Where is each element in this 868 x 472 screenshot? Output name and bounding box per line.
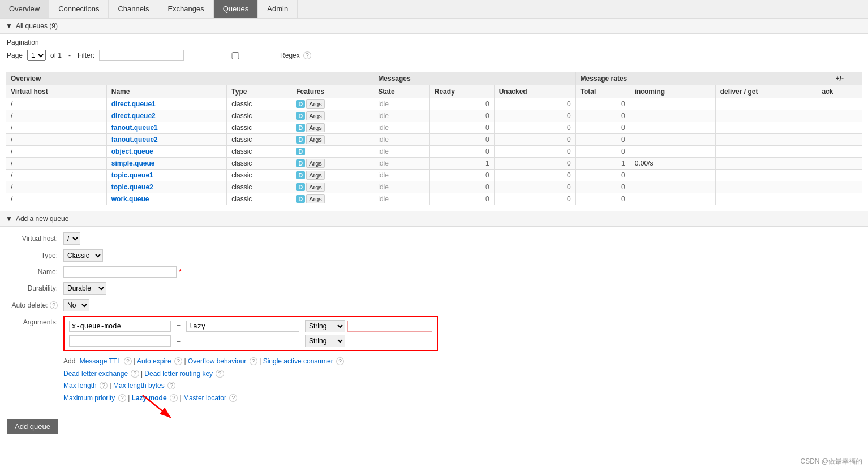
nav-item-exchanges[interactable]: Exchanges bbox=[158, 0, 213, 18]
hint-max-length-bytes-link[interactable]: Max length bytes bbox=[113, 382, 165, 389]
cell-total: 0 bbox=[575, 134, 630, 146]
queue-name-link[interactable]: object.queue bbox=[111, 148, 153, 155]
nav-item-connections[interactable]: Connections bbox=[49, 0, 109, 18]
queue-name-link[interactable]: topic.queue2 bbox=[111, 183, 153, 191]
table-row: /topic.queue1classicDArgsidle000 bbox=[6, 170, 862, 181]
cell-deliver bbox=[715, 146, 817, 158]
add-queue-button[interactable]: Add queue bbox=[7, 419, 58, 434]
cell-total: 1 bbox=[575, 158, 630, 170]
hint-overflow-link[interactable]: Overflow behaviour bbox=[188, 357, 246, 365]
args-badge[interactable]: Args bbox=[306, 194, 325, 203]
filter-input[interactable] bbox=[99, 50, 184, 61]
queue-name-link[interactable]: direct.queue2 bbox=[111, 112, 156, 120]
queues-table-wrapper: Overview Messages Message rates +/- Virt… bbox=[0, 66, 868, 211]
durable-badge: D bbox=[296, 100, 305, 108]
help-q10: ? bbox=[170, 394, 178, 402]
cell-name: work.queue bbox=[106, 193, 227, 205]
hint-message-ttl-link[interactable]: Message TTL bbox=[80, 357, 121, 365]
auto-delete-select[interactable]: No Yes bbox=[63, 299, 89, 311]
all-queues-header[interactable]: ▼ All queues (9) bbox=[0, 18, 868, 34]
arg1-extra-input[interactable] bbox=[347, 321, 432, 332]
args-badge[interactable]: Args bbox=[306, 99, 325, 109]
auto-delete-row: Auto delete: ? No Yes bbox=[7, 299, 861, 311]
nav-item-admin[interactable]: Admin bbox=[258, 0, 298, 18]
regex-checkbox[interactable] bbox=[193, 52, 278, 59]
page-select[interactable]: 1 bbox=[27, 50, 46, 61]
help-q6: ? bbox=[216, 370, 224, 378]
args-badge[interactable]: Args bbox=[306, 183, 325, 192]
args-badge[interactable]: Args bbox=[306, 123, 325, 132]
help-q3: ? bbox=[250, 357, 257, 365]
durable-badge: D bbox=[296, 136, 305, 144]
add-hint-label: Add bbox=[63, 357, 75, 365]
help-q5: ? bbox=[131, 370, 139, 378]
add-queue-btn-row: Add queue bbox=[7, 413, 861, 440]
table-row: /direct.queue2classicDArgsidle000 bbox=[6, 110, 862, 122]
add-queue-section-header[interactable]: ▼ Add a new queue bbox=[0, 211, 868, 227]
cell-total: 0 bbox=[575, 122, 630, 134]
cell-ack bbox=[817, 193, 862, 205]
col-ack: ack bbox=[817, 85, 862, 98]
virtual-host-label: Virtual host: bbox=[7, 235, 63, 243]
args-badge[interactable]: Args bbox=[306, 111, 325, 120]
cell-features: DArgs bbox=[291, 158, 373, 170]
durability-select[interactable]: Durable Transient bbox=[63, 282, 106, 295]
arg2-key-input[interactable] bbox=[69, 335, 171, 347]
cell-incoming: 0.00/s bbox=[630, 158, 715, 170]
help-q7: ? bbox=[100, 382, 108, 389]
filter-label: Filter: bbox=[78, 51, 94, 59]
cell-name: direct.queue1 bbox=[106, 98, 227, 110]
cell-ack bbox=[817, 181, 862, 193]
durability-label: Durability: bbox=[7, 284, 63, 292]
arg2-type-select[interactable]: String Number Boolean bbox=[305, 335, 345, 347]
nav-item-queues[interactable]: Queues bbox=[214, 0, 259, 18]
cell-ack bbox=[817, 110, 862, 122]
cell-deliver bbox=[715, 158, 817, 170]
cell-type: classic bbox=[227, 122, 291, 134]
cell-type: classic bbox=[227, 110, 291, 122]
hint-lazy-mode-link[interactable]: Lazy mode bbox=[132, 394, 167, 402]
cell-incoming bbox=[630, 98, 715, 110]
args-badge[interactable]: Args bbox=[306, 135, 325, 144]
args-badge[interactable]: Args bbox=[306, 171, 325, 180]
cell-vhost: / bbox=[6, 181, 107, 193]
cell-features: D bbox=[291, 146, 373, 158]
hint-auto-expire-link[interactable]: Auto expire bbox=[137, 357, 171, 365]
name-input[interactable] bbox=[63, 266, 177, 278]
queue-name-link[interactable]: work.queue bbox=[111, 195, 149, 203]
nav-item-overview[interactable]: Overview bbox=[0, 0, 49, 18]
hint-max-length-link[interactable]: Max length bbox=[63, 382, 97, 389]
cell-incoming bbox=[630, 181, 715, 193]
regex-label: Regex bbox=[280, 51, 300, 59]
virtual-host-select[interactable]: / bbox=[63, 232, 80, 245]
queue-name-link[interactable]: direct.queue1 bbox=[111, 100, 156, 108]
hint-maximum-priority-link[interactable]: Maximum priority bbox=[63, 394, 115, 402]
hint-master-locator-link[interactable]: Master locator bbox=[183, 394, 226, 402]
queue-name-link[interactable]: fanout.queue2 bbox=[111, 136, 158, 144]
arg1-val-input[interactable] bbox=[186, 321, 299, 332]
arg1-eq: = bbox=[177, 322, 181, 330]
cell-incoming bbox=[630, 122, 715, 134]
queue-name-link[interactable]: simple.queue bbox=[111, 159, 155, 167]
queue-name-link[interactable]: topic.queue1 bbox=[111, 171, 153, 179]
cell-ack bbox=[817, 158, 862, 170]
args-badge[interactable]: Args bbox=[306, 159, 325, 168]
cell-deliver bbox=[715, 122, 817, 134]
cell-type: classic bbox=[227, 158, 291, 170]
type-select[interactable]: Classic Quorum bbox=[63, 249, 103, 262]
cell-type: classic bbox=[227, 146, 291, 158]
plus-minus-btn[interactable]: +/- bbox=[817, 72, 862, 85]
cell-unacked: 0 bbox=[494, 193, 575, 205]
cell-name: topic.queue1 bbox=[106, 170, 227, 181]
hint-single-active-link[interactable]: Single active consumer bbox=[263, 357, 333, 365]
nav-item-channels[interactable]: Channels bbox=[109, 0, 158, 18]
queue-name-link[interactable]: fanout.queue1 bbox=[111, 124, 158, 132]
help-q1: ? bbox=[124, 357, 132, 365]
hint-dead-letter-exchange-link[interactable]: Dead letter exchange bbox=[63, 370, 128, 378]
cell-ready: 0 bbox=[429, 170, 494, 181]
durable-badge: D bbox=[296, 124, 305, 132]
hint-dead-letter-routing-link[interactable]: Dead letter routing key bbox=[144, 370, 213, 378]
cell-features: DArgs bbox=[291, 110, 373, 122]
arg1-type-select[interactable]: String Number Boolean bbox=[305, 320, 345, 332]
arg1-key-input[interactable] bbox=[69, 321, 171, 332]
